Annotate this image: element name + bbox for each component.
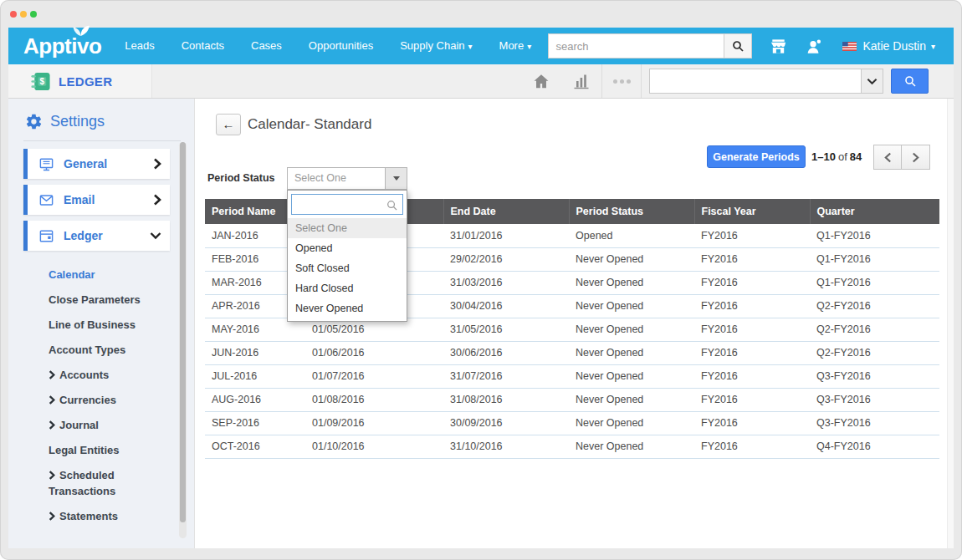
cell-quarter: Q3-FY2016 <box>810 364 939 388</box>
sidebar-scrollbar[interactable] <box>179 142 187 538</box>
nav-menu-item[interactable]: Cases▾ <box>238 28 295 65</box>
ledger-app-logo[interactable]: $ LEDGER <box>8 64 152 98</box>
app-search-input[interactable] <box>650 69 861 93</box>
ledger-settings-list: CalendarClose ParametersLine of Business… <box>8 262 194 528</box>
reports-button[interactable] <box>561 64 601 98</box>
generate-periods-button[interactable]: Generate Periods <box>707 145 806 168</box>
nav-menu-item[interactable]: More▾ <box>486 28 545 65</box>
sidebar-section-general[interactable]: General <box>23 149 170 179</box>
top-navbar: Apptivo Leads▾Contacts▾Cases▾Opportuniti… <box>8 28 954 64</box>
sidebar-ledger-item[interactable]: Calendar <box>8 262 194 287</box>
table-row: AUG-2016 01/08/2016 31/08/2016 Never Ope… <box>205 388 939 411</box>
sidebar-ledger-item[interactable]: Line of Business <box>8 312 194 337</box>
nav-menu-item-label: Leads <box>125 39 154 52</box>
dropdown-option[interactable]: Opened <box>288 238 407 258</box>
apptivo-logo-text: Apptivo <box>23 33 101 59</box>
cell-period-status: Never Opened <box>569 388 694 411</box>
cell-period-name: OCT-2016 <box>205 435 305 458</box>
cell-fiscal-year: FY2016 <box>694 364 810 388</box>
cell-fiscal-year: FY2016 <box>694 341 810 364</box>
nav-menu-item[interactable]: Contacts▾ <box>168 28 238 65</box>
cell-fiscal-year: FY2016 <box>694 271 810 294</box>
dropdown-option[interactable]: Hard Closed <box>288 278 407 298</box>
sidebar-ledger-item[interactable]: Currencies <box>8 387 194 412</box>
period-status-select[interactable]: Select One <box>287 167 407 190</box>
cell-period-status: Never Opened <box>569 435 694 458</box>
chevron-down-icon <box>150 232 161 240</box>
sidebar-ledger-item[interactable]: Legal Entities <box>8 437 194 462</box>
nav-menu-item[interactable]: Opportunities▾ <box>295 28 386 65</box>
user-menu[interactable]: Katie Dustin ▾ <box>842 39 935 53</box>
sidebar-section-email[interactable]: Email <box>23 185 170 215</box>
sidebar-ledger-item[interactable]: Accounts <box>8 362 194 387</box>
sidebar-ledger-item-label: Journal <box>59 419 99 431</box>
cell-period-status: Never Opened <box>569 318 694 341</box>
divider <box>23 140 181 141</box>
select-arrow-button[interactable] <box>385 168 407 189</box>
dropdown-option[interactable]: Soft Closed <box>288 258 407 278</box>
global-search-button[interactable] <box>724 33 752 59</box>
dropdown-option-label: Never Opened <box>295 303 363 314</box>
cell-period-status: Never Opened <box>569 341 694 364</box>
apptivo-logo[interactable]: Apptivo <box>23 28 101 64</box>
cell-period-name: SEP-2016 <box>205 411 305 435</box>
chevron-right-icon <box>153 194 161 206</box>
main-scrollbar[interactable] <box>947 99 954 548</box>
window-titlebar <box>0 0 962 28</box>
period-status-dropdown-panel: Select OneOpenedSoft ClosedHard ClosedNe… <box>287 190 407 322</box>
sidebar-ledger-item[interactable]: Journal <box>8 412 194 437</box>
cell-quarter: Q1-FY2016 <box>810 224 939 247</box>
back-button[interactable]: ← <box>216 114 241 135</box>
settings-header[interactable]: Settings <box>8 99 194 130</box>
sidebar-section-label: Ledger <box>64 229 103 242</box>
app-store-button[interactable] <box>769 37 788 56</box>
nav-menu-item[interactable]: Supply Chain▾ <box>386 28 485 65</box>
chevron-right-icon <box>49 471 55 480</box>
pagination-range: 1–10 <box>811 150 836 163</box>
cell-end-date: 31/05/2016 <box>443 318 569 341</box>
sidebar-ledger-item[interactable]: Close Parameters <box>8 287 194 312</box>
sidebar-section-ledger[interactable]: Ledger <box>23 221 170 251</box>
sidebar-ledger-item[interactable]: Account Types <box>8 337 194 362</box>
global-search <box>548 33 752 59</box>
screenshot-canvas: Apptivo Leads▾Contacts▾Cases▾Opportuniti… <box>0 0 962 560</box>
window-zoom-button[interactable] <box>30 11 37 18</box>
sidebar-ledger-item[interactable]: Scheduled Transactions <box>8 462 194 503</box>
gear-icon <box>25 113 43 130</box>
settings-sections: General Email Ledger <box>8 149 194 251</box>
window-close-button[interactable] <box>10 11 17 18</box>
sidebar-ledger-item-label: Legal Entities <box>49 444 120 456</box>
dropdown-option-label: Select One <box>295 222 347 234</box>
app-search-dropdown-button[interactable] <box>861 69 883 93</box>
global-search-input[interactable] <box>548 33 724 59</box>
settings-sidebar: Settings General Email <box>8 99 195 548</box>
cell-quarter: Q2-FY2016 <box>810 318 939 341</box>
dropdown-option[interactable]: Never Opened <box>288 298 407 318</box>
home-button[interactable] <box>521 64 561 98</box>
window-minimize-button[interactable] <box>20 11 27 18</box>
col-quarter: Quarter <box>810 199 939 224</box>
cell-end-date: 31/03/2016 <box>443 271 569 294</box>
app-search-button[interactable] <box>891 69 929 94</box>
dropdown-option[interactable]: Select One <box>288 218 407 238</box>
previous-page-button[interactable] <box>873 145 902 170</box>
cell-fiscal-year: FY2016 <box>694 411 810 435</box>
col-fiscal-year: Fiscal Year <box>694 199 810 224</box>
sidebar-section-label: General <box>64 157 107 171</box>
cell-end-date: 31/08/2016 <box>443 388 569 411</box>
cell-period-status: Never Opened <box>569 271 694 294</box>
nav-menu-item[interactable]: Leads▾ <box>111 28 167 65</box>
sidebar-ledger-item-label: Calendar <box>49 268 95 281</box>
pagination-total: 84 <box>850 150 862 163</box>
cell-period-status: Never Opened <box>569 411 694 435</box>
user-status-button[interactable] <box>805 37 824 56</box>
next-page-button[interactable] <box>902 145 930 170</box>
sidebar-ledger-item[interactable]: Statements <box>8 503 194 528</box>
period-status-selected-value: Select One <box>288 168 385 189</box>
pager <box>873 145 930 170</box>
home-icon <box>532 72 550 90</box>
cell-start-date: 01/09/2016 <box>305 411 443 435</box>
app-search-combo <box>649 69 883 94</box>
more-options-button[interactable] <box>602 64 641 98</box>
scrollbar-thumb[interactable] <box>180 142 186 522</box>
